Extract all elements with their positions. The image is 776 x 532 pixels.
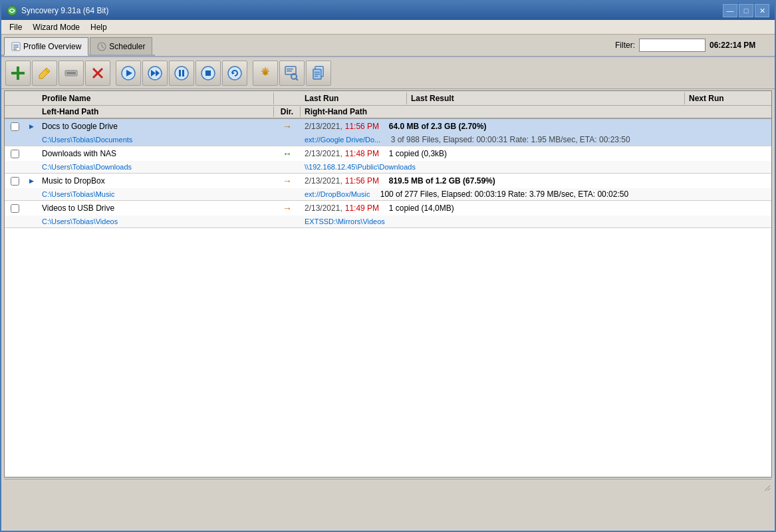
tab-bar: Profile Overview Scheduler: [1, 35, 155, 56]
header-last-result[interactable]: Last Result: [407, 92, 685, 104]
maximize-button[interactable]: □: [739, 4, 753, 17]
copy-log-button[interactable]: [306, 61, 331, 86]
sub-header-lhpath: Left-Hand Path: [38, 106, 274, 117]
profile-left-path-downloads[interactable]: C:\Users\Tobias\Downloads: [42, 163, 132, 171]
profile-last-run-time-downloads: 11:48 PM: [344, 148, 389, 160]
tab-profile-overview-label: Profile Overview: [23, 42, 81, 51]
profile-last-result-sub-videos-inline: 1 copied (14,0MB): [389, 203, 454, 213]
main-table-area: Profile Name Last Run Last Result Next R…: [4, 90, 772, 477]
svg-line-32: [296, 78, 298, 80]
profile-left-path-music[interactable]: C:\Users\Tobias\Music: [42, 190, 114, 198]
svg-rect-21: [179, 70, 181, 76]
profile-last-result-sub-downloads-inline: 1 copied (0,3kB): [389, 149, 447, 158]
app-title: Syncovery 9.31a (64 Bit): [21, 6, 108, 15]
profile-last-run-date-videos: 2/13/2021,: [301, 202, 344, 214]
filter-input[interactable]: [639, 39, 706, 52]
profile-right-path-videos: EXTSSD:\Mirrors\Videos: [305, 217, 385, 225]
sub-header-rhpath: Right-Hand Path: [301, 106, 771, 117]
svg-point-0: [7, 6, 17, 15]
header-last-run[interactable]: Last Run: [301, 92, 407, 104]
refresh-button[interactable]: [222, 61, 247, 86]
profile-last-result-sub-docs: 3 of 988 Files, Elapsed: 00:00:31 Rate: …: [391, 135, 630, 144]
filter-label: Filter:: [615, 41, 635, 50]
svg-point-20: [175, 66, 188, 80]
profile-play-indicator-music: ▶: [29, 178, 34, 184]
profile-row-docs-to-google[interactable]: ▶ Docs to Google Drive → 2/13/2021, 11:5…: [5, 119, 771, 146]
menu-help[interactable]: Help: [85, 21, 112, 33]
profile-last-result-sub-music: 100 of 277 Files, Elapsed: 00:03:19 Rate…: [380, 190, 628, 199]
resize-icon: [762, 483, 770, 491]
run-next-button[interactable]: [142, 61, 168, 86]
svg-rect-29: [287, 68, 293, 70]
svg-rect-3: [13, 47, 19, 48]
profile-left-path-docs[interactable]: C:\Users\Tobias\Documents: [42, 136, 132, 144]
header-profile-name[interactable]: Profile Name: [38, 92, 274, 104]
stop-icon: [201, 66, 215, 80]
profile-check-videos[interactable]: [11, 204, 19, 213]
menu-bar: File Wizard Mode Help: [1, 20, 775, 35]
header-next-run[interactable]: Next Run: [685, 92, 771, 104]
profile-left-path-videos[interactable]: C:\Users\Tobias\Videos: [42, 217, 118, 225]
clock-display: 06:22:14 PM: [710, 41, 769, 50]
profile-last-run-time-music: 11:56 PM: [344, 175, 389, 187]
profile-check-downloads[interactable]: [11, 150, 19, 158]
svg-line-7: [102, 47, 104, 48]
profile-last-run-date-docs: 2/13/2021,: [301, 120, 344, 132]
delete-icon: [90, 66, 105, 80]
settings-button[interactable]: [253, 61, 278, 86]
run-button[interactable]: [116, 61, 141, 86]
resize-handle[interactable]: [761, 482, 771, 491]
svg-rect-37: [315, 76, 318, 76]
header-check: [5, 97, 25, 100]
title-bar: Syncovery 9.31a (64 Bit) — □ ✕: [1, 1, 775, 20]
profile-check-docs[interactable]: [11, 122, 19, 131]
profile-last-run-time-videos: 11:49 PM: [344, 202, 389, 214]
app-icon: [7, 5, 17, 16]
profile-dir-docs: →: [283, 121, 292, 132]
svg-rect-4: [13, 49, 17, 50]
settings-icon: [257, 65, 273, 81]
remove-profile-button[interactable]: [59, 61, 84, 86]
menu-wizard[interactable]: Wizard Mode: [27, 21, 85, 33]
profile-name-music: Music to DropBox: [38, 175, 274, 187]
pause-button[interactable]: [169, 61, 194, 86]
edit-profile-button[interactable]: [32, 61, 57, 86]
profile-row-videos-usb[interactable]: Videos to USB Drive → 2/13/2021, 11:49 P…: [5, 201, 771, 228]
pause-icon: [174, 66, 189, 80]
profile-last-run-date-downloads: 2/13/2021,: [301, 148, 344, 160]
profile-right-path-music: ext://DropBox/Music: [305, 190, 370, 198]
profile-row-music-dropbox[interactable]: ▶ Music to DropBox → 2/13/2021, 11:56 PM…: [5, 174, 771, 201]
edit-icon: [37, 66, 52, 80]
minimize-button[interactable]: —: [723, 4, 737, 17]
empty-table-area: [5, 228, 771, 477]
add-profile-button[interactable]: [5, 61, 31, 86]
profile-check-music[interactable]: [11, 177, 19, 186]
copy-icon: [311, 66, 326, 80]
svg-line-39: [767, 488, 770, 491]
svg-rect-9: [11, 72, 25, 74]
svg-rect-30: [287, 70, 292, 72]
profile-overview-icon: [11, 42, 21, 51]
profile-last-run-date-music: 2/13/2021,: [301, 175, 344, 187]
profile-dir-videos: →: [283, 203, 292, 213]
tab-profile-overview[interactable]: Profile Overview: [4, 37, 88, 56]
add-icon: [9, 64, 27, 82]
run-icon: [121, 66, 136, 80]
title-bar-left: Syncovery 9.31a (64 Bit): [7, 5, 108, 16]
profile-dir-music: →: [283, 176, 292, 186]
scan-button[interactable]: [279, 61, 305, 86]
stop-button[interactable]: [195, 61, 221, 86]
close-button[interactable]: ✕: [755, 4, 769, 17]
svg-rect-36: [315, 74, 320, 74]
profile-last-result-bold-docs: 64.0 MB of 2.3 GB (2.70%): [389, 122, 487, 131]
profile-right-path-docs: ext://Google Drive/Do...: [305, 136, 380, 144]
delete-profile-button[interactable]: [85, 61, 110, 86]
menu-file[interactable]: File: [4, 21, 27, 33]
refresh-icon: [227, 66, 242, 80]
profile-name-videos: Videos to USB Drive: [38, 202, 274, 214]
profile-last-run-time-docs: 11:56 PM: [344, 120, 389, 132]
profile-dir-downloads: ↔: [283, 148, 292, 159]
scheduler-icon: [97, 42, 106, 51]
tab-scheduler[interactable]: Scheduler: [90, 37, 152, 55]
profile-row-downloads-nas[interactable]: Downloads with NAS ↔ 2/13/2021, 11:48 PM…: [5, 146, 771, 174]
